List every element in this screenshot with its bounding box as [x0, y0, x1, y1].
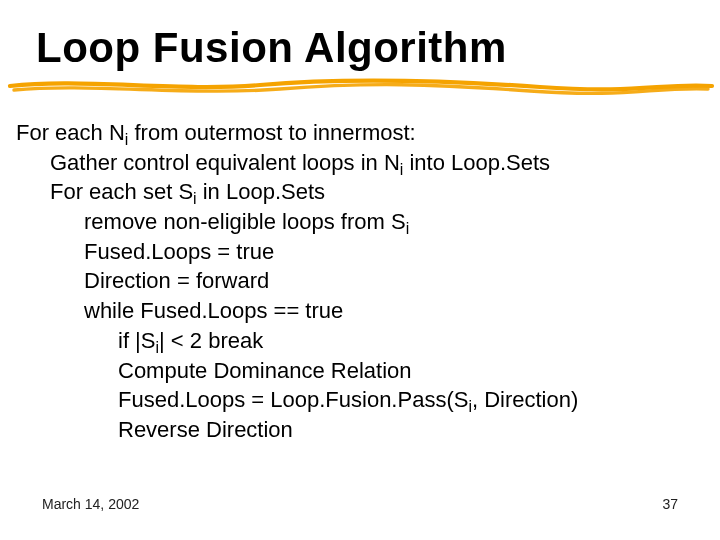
text-segment: | < 2 break — [159, 328, 263, 353]
body-line: remove non-eligible loops from Si — [16, 207, 704, 237]
body-line: Reverse Direction — [16, 415, 704, 445]
text-segment: Loop.Fusion.Pass — [270, 387, 446, 412]
footer-date: March 14, 2002 — [42, 496, 139, 512]
text-segment: N — [109, 120, 125, 145]
text-segment: For each set — [50, 179, 178, 204]
text-segment: == true — [267, 298, 343, 323]
title-underline — [0, 76, 720, 96]
body-line: For each set Si in Loop.Sets — [16, 177, 704, 207]
text-segment: S — [141, 328, 156, 353]
text-segment: N — [384, 150, 400, 175]
text-segment: in — [197, 179, 226, 204]
text-segment: remove non-eligible loops from — [84, 209, 391, 234]
text-segment: Loop.Sets — [451, 150, 550, 175]
text-segment: For each — [16, 120, 109, 145]
text-segment: Fused.Loops — [140, 298, 267, 323]
text-segment: = true — [211, 239, 274, 264]
text-segment: if | — [118, 328, 141, 353]
text-segment: ( — [446, 387, 453, 412]
body-line: Direction = forward — [16, 266, 704, 296]
title-wrap: Loop Fusion Algorithm — [16, 24, 704, 72]
body-line: Fused.Loops = true — [16, 237, 704, 267]
body-line: if |Si| < 2 break — [16, 326, 704, 356]
text-segment: Gather control equivalent loops in — [50, 150, 384, 175]
text-segment: Fused.Loops — [84, 239, 211, 264]
text-segment: into — [403, 150, 451, 175]
text-segment: S — [454, 387, 469, 412]
body-line: Gather control equivalent loops in Ni in… — [16, 148, 704, 178]
text-segment: while — [84, 298, 140, 323]
text-segment: = — [245, 387, 270, 412]
text-segment: Compute Dominance Relation — [118, 358, 412, 383]
body-line: while Fused.Loops == true — [16, 296, 704, 326]
text-segment: Loop.Sets — [226, 179, 325, 204]
body-line: Compute Dominance Relation — [16, 356, 704, 386]
footer-page: 37 — [662, 496, 678, 512]
slide-body: For each Ni from outermost to innermost:… — [16, 118, 704, 445]
text-segment: Direction = forward — [84, 268, 269, 293]
text-segment: S — [178, 179, 193, 204]
slide-footer: March 14, 2002 37 — [42, 496, 678, 512]
text-segment: from outermost to innermost: — [128, 120, 415, 145]
underline-icon — [0, 76, 720, 96]
text-segment: , Direction) — [472, 387, 578, 412]
body-line: Fused.Loops = Loop.Fusion.Pass(Si, Direc… — [16, 385, 704, 415]
body-line: For each Ni from outermost to innermost: — [16, 118, 704, 148]
text-segment: Fused.Loops — [118, 387, 245, 412]
slide: Loop Fusion Algorithm For each Ni from o… — [0, 0, 720, 540]
slide-title: Loop Fusion Algorithm — [36, 24, 704, 72]
subscript-text: i — [406, 220, 410, 237]
text-segment: S — [391, 209, 406, 234]
text-segment: Reverse Direction — [118, 417, 293, 442]
